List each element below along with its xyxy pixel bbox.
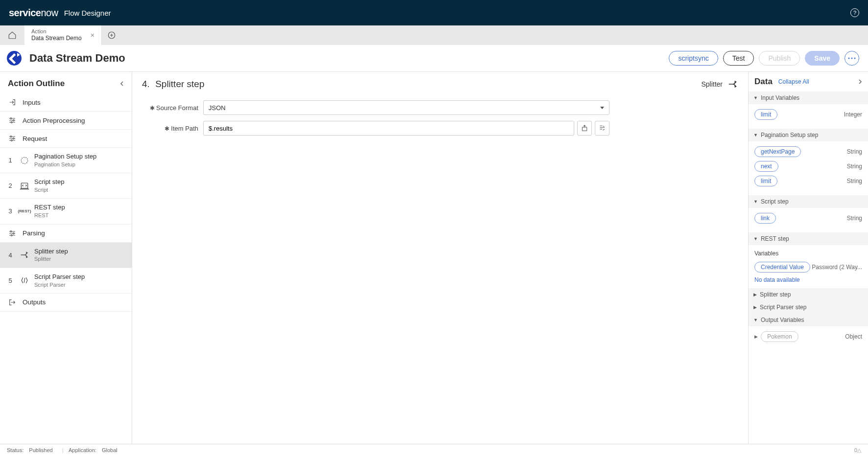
section-label: Script Parser step xyxy=(760,304,806,311)
caret-down-icon: ▼ xyxy=(753,236,758,241)
item-path-input[interactable] xyxy=(203,121,574,136)
step-number: 2 xyxy=(6,182,15,189)
section-label: Pagination Setup step xyxy=(761,132,818,138)
close-icon[interactable]: × xyxy=(91,31,94,39)
required-icon: ✱ xyxy=(164,125,169,132)
data-var-row: ▶ Pokemon Object xyxy=(754,331,862,342)
data-var-row: Credential Value Password (2 Way... xyxy=(754,262,862,273)
caret-right-icon: ▶ xyxy=(753,305,757,310)
section-input-variables[interactable]: ▼ Input Variables xyxy=(749,91,868,104)
servicenow-logo: servicenow xyxy=(9,7,58,19)
data-pill[interactable]: limit xyxy=(754,176,777,186)
script-toggle-icon xyxy=(598,124,606,132)
data-pill[interactable]: link xyxy=(754,213,776,224)
section-pagination[interactable]: ▼ Pagination Setup step xyxy=(749,129,868,141)
topbar: servicenow Flow Designer ? xyxy=(0,0,868,25)
section-script[interactable]: ▼ Script step xyxy=(749,195,868,208)
data-pill[interactable]: limit xyxy=(754,109,777,120)
section-label: Script step xyxy=(761,198,789,205)
data-pill[interactable]: next xyxy=(754,161,778,172)
data-pill[interactable]: getNextPage xyxy=(754,146,801,157)
tab-action[interactable]: Action Data Stream Demo × xyxy=(24,25,102,45)
sidebar-item-inputs[interactable]: Inputs xyxy=(0,93,132,112)
caret-right-icon[interactable]: ▶ xyxy=(754,334,758,339)
collapse-sidebar-icon[interactable] xyxy=(120,81,124,87)
section-output-variables[interactable]: ▼ Output Variables xyxy=(749,314,868,326)
data-pill-button[interactable] xyxy=(577,121,592,136)
scriptsync-button[interactable]: scriptsync xyxy=(669,51,718,66)
sidebar-step-4[interactable]: 4 Splitter step Splitter xyxy=(0,243,132,268)
data-var-row: limit String xyxy=(754,176,862,186)
section-parser[interactable]: ▶ Script Parser step xyxy=(749,301,868,314)
expand-panel-icon[interactable] xyxy=(858,79,862,85)
sidebar-step-3[interactable]: 3 {REST} REST step REST xyxy=(0,199,132,224)
data-type: Password (2 Way... xyxy=(812,264,862,271)
step-labels: Pagination Setup step Pagination Setup xyxy=(34,153,96,168)
step-number: 5 xyxy=(6,277,15,284)
step-sub: Script xyxy=(34,186,64,193)
data-type: String xyxy=(847,163,862,170)
chevron-down-icon xyxy=(600,107,604,109)
sidebar-item-outputs[interactable]: Outputs xyxy=(0,294,132,312)
step-type: Splitter xyxy=(701,79,738,90)
home-tab[interactable] xyxy=(0,25,24,45)
add-tab-button[interactable] xyxy=(102,25,121,45)
form-row-item-path: ✱Item Path xyxy=(142,121,738,136)
more-button[interactable] xyxy=(845,51,859,66)
data-pill-icon xyxy=(581,124,588,132)
sidebar-step-2[interactable]: 2 Script step Script xyxy=(0,173,132,199)
sidebar-item-preprocessing[interactable]: Action Preprocessing xyxy=(0,112,132,130)
tabbar: Action Data Stream Demo × xyxy=(0,25,868,45)
sidebar-item-label: Inputs xyxy=(23,99,41,106)
step-labels: Splitter step Splitter xyxy=(34,248,68,263)
caret-right-icon: ▶ xyxy=(753,292,757,297)
svg-point-2 xyxy=(851,57,852,59)
sidebar-step-5[interactable]: 5 Script Parser step Script Parser xyxy=(0,268,132,294)
step-sub: Pagination Setup xyxy=(34,161,96,168)
sliders-icon xyxy=(8,229,17,237)
app-name: Flow Designer xyxy=(64,9,111,17)
data-var-row: getNextPage String xyxy=(754,146,862,157)
data-type: Object xyxy=(845,333,862,340)
page-title: Data Stream Demo xyxy=(29,52,125,65)
app-value: Global xyxy=(102,447,117,453)
sidebar-item-label: Request xyxy=(23,135,47,142)
data-pill[interactable]: Pokemon xyxy=(761,331,798,342)
step-type-label: Splitter xyxy=(701,80,723,88)
test-button[interactable]: Test xyxy=(723,51,754,66)
save-button[interactable]: Save xyxy=(805,51,840,66)
step-title: Splitter step xyxy=(34,248,68,256)
script-toggle-button[interactable] xyxy=(595,121,610,136)
caret-down-icon: ▼ xyxy=(753,95,758,100)
section-splitter[interactable]: ▶ Splitter step xyxy=(749,288,868,301)
step-heading: 4. Splitter step xyxy=(142,79,204,90)
svg-point-8 xyxy=(13,138,14,139)
splitter-icon xyxy=(727,79,738,90)
sidebar-item-parsing[interactable]: Parsing xyxy=(0,225,132,243)
source-format-select[interactable]: JSON xyxy=(203,100,610,115)
separator: | xyxy=(62,447,64,453)
data-panel-heading: Data xyxy=(754,77,773,87)
home-icon xyxy=(8,31,17,40)
section-rest[interactable]: ▼ REST step xyxy=(749,232,868,245)
back-button[interactable] xyxy=(7,51,22,66)
help-icon[interactable]: ? xyxy=(850,8,859,17)
sidebar-step-1[interactable]: 1 Pagination Setup step Pagination Setup xyxy=(0,148,132,173)
source-format-label: ✱Source Format xyxy=(142,104,198,112)
outputs-icon xyxy=(8,298,17,306)
svg-point-1 xyxy=(848,57,849,59)
tab-title: Data Stream Demo xyxy=(31,35,82,42)
main: Action Outline Inputs Action Preprocessi… xyxy=(0,72,868,444)
step-labels: REST step REST xyxy=(34,204,65,219)
sidebar-heading: Action Outline xyxy=(8,79,65,89)
collapse-all-link[interactable]: Collapse All xyxy=(778,78,809,85)
data-pill[interactable]: Credential Value xyxy=(754,262,810,273)
sidebar-item-request[interactable]: Request xyxy=(0,130,132,148)
data-panel: Data Collapse All ▼ Input Variables limi… xyxy=(748,72,868,444)
step-sub: Script Parser xyxy=(34,281,85,288)
caret-down-icon: ▼ xyxy=(753,199,758,204)
data-type: String xyxy=(847,148,862,155)
tab-type: Action xyxy=(31,28,82,35)
step-number: 4 xyxy=(6,251,15,259)
publish-button[interactable]: Publish xyxy=(759,51,800,66)
